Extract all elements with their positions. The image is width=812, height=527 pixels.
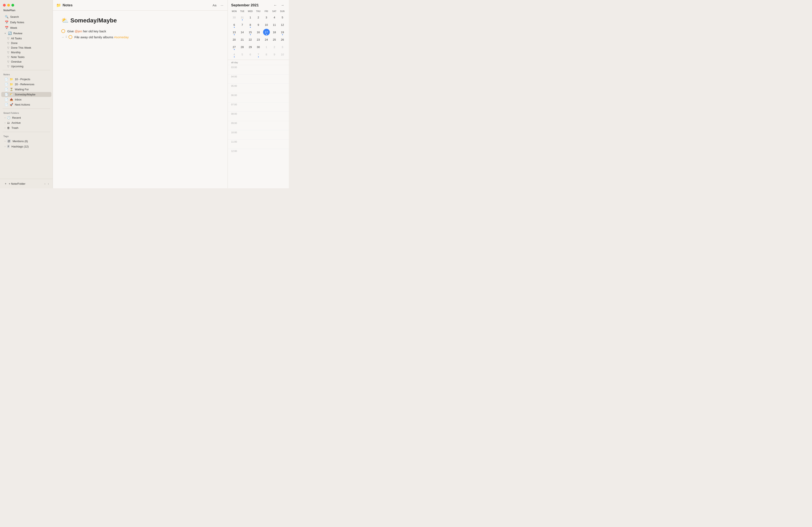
- maximize-button[interactable]: [11, 4, 14, 6]
- sidebar-item-archive[interactable]: ›🗂Archive: [1, 120, 52, 125]
- sidebar-subitem-done-this-week[interactable]: ▽Done This Week: [1, 45, 52, 50]
- sidebar-subitem-note-tasks[interactable]: ▽Note Tasks: [1, 55, 52, 59]
- cal-day-15[interactable]: 15: [247, 29, 254, 35]
- sidebar-item-trash[interactable]: ›🗑Trash: [1, 126, 52, 130]
- cal-day-23[interactable]: 23: [255, 36, 262, 43]
- cal-day-2-other[interactable]: 2: [271, 44, 278, 51]
- sidebar-item-hashtags-12-[interactable]: ›#Hashtags (12): [1, 144, 52, 149]
- sidebar-item-week[interactable]: 📅 Week: [1, 25, 52, 30]
- cal-day-31-other[interactable]: 31: [239, 14, 246, 21]
- cal-day-9[interactable]: 9: [255, 22, 262, 28]
- sidebar-item-someday-maybe[interactable]: 📄⛅Someday/Maybe: [1, 92, 52, 97]
- cal-day-27[interactable]: 27: [231, 44, 238, 51]
- doc-icon: 📄: [5, 103, 8, 106]
- cal-day-26[interactable]: 26: [279, 36, 286, 43]
- cal-day-12[interactable]: 12: [279, 22, 286, 28]
- cal-day-2[interactable]: 2: [255, 14, 262, 21]
- cal-day-5[interactable]: 5: [279, 14, 286, 21]
- task-item: Give @jen her old key back: [61, 28, 219, 34]
- cal-day-3-other[interactable]: 3: [279, 44, 286, 51]
- drag-handle-icon[interactable]: ⠿: [66, 35, 67, 39]
- sidebar-item-20---references[interactable]: 📄📁20 - References: [1, 82, 52, 87]
- filter-icon: ▽: [7, 37, 9, 40]
- add-note-button[interactable]: ＋ + Note/Folder ‹ ›: [1, 181, 52, 186]
- week-label: Week: [10, 26, 17, 29]
- cal-day-7[interactable]: 7: [239, 22, 246, 28]
- cal-day-30-other[interactable]: 30: [231, 14, 238, 21]
- cal-day-4[interactable]: 4: [271, 14, 278, 21]
- cal-day-20[interactable]: 20: [231, 36, 238, 43]
- sidebar: NotePlan 🔍 Search 📅 Daily Notes 📅 Week ▾…: [0, 0, 53, 188]
- calendar-header: September 2021 ← →: [228, 0, 289, 10]
- cal-day-21[interactable]: 21: [239, 36, 246, 43]
- time-label: 04:00: [231, 74, 241, 78]
- sidebar-item-review[interactable]: ▾ 🔄 Review: [1, 31, 52, 36]
- calendar-next-button[interactable]: →: [279, 3, 286, 8]
- cal-day-6[interactable]: 6: [231, 22, 238, 28]
- more-options-button[interactable]: ···: [220, 2, 224, 8]
- cal-day-19[interactable]: 19: [279, 29, 286, 35]
- cal-day-1[interactable]: 1: [247, 14, 254, 21]
- sidebar-subitem-overdue[interactable]: ▽Overdue: [1, 59, 52, 64]
- sidebar-item-search[interactable]: 🔍 Search: [1, 14, 52, 19]
- task-item-2: File away old family albums #someday: [69, 34, 129, 40]
- cal-day-18[interactable]: 18: [271, 29, 278, 35]
- cal-day-10-other[interactable]: 10: [279, 51, 286, 58]
- calendar-panel: September 2021 ← → MONTUEWEDTHUFRISATSUN…: [228, 0, 289, 188]
- cal-day-8-other[interactable]: 8: [263, 51, 270, 58]
- task-checkbox[interactable]: [61, 29, 65, 33]
- cal-day-4-other[interactable]: 4: [231, 51, 238, 58]
- cal-day-24[interactable]: 24: [263, 36, 270, 43]
- cal-day-3[interactable]: 3: [263, 14, 270, 21]
- task-row: → ⠿ File away old family albums #someday: [61, 34, 219, 40]
- sidebar-subitem-done[interactable]: ▽Done: [1, 41, 52, 45]
- sidebar-subitem-upcoming[interactable]: ▽Upcoming: [1, 64, 52, 69]
- nav-forward-icon[interactable]: ›: [48, 182, 49, 185]
- cal-day-13[interactable]: 13: [231, 29, 238, 35]
- divider: [2, 70, 50, 70]
- cal-day-6-other[interactable]: 6: [247, 51, 254, 58]
- cal-day-17[interactable]: 17: [263, 29, 270, 35]
- sidebar-item-mentions-6-[interactable]: ›@Mentions (6): [1, 139, 52, 144]
- cal-day-8[interactable]: 8: [247, 22, 254, 28]
- cal-day-22[interactable]: 22: [247, 36, 254, 43]
- cal-day-7-other[interactable]: 7: [255, 51, 262, 58]
- task-checkbox-2[interactable]: [69, 35, 72, 39]
- sidebar-subitem-all-tasks[interactable]: ▽All Tasks: [1, 36, 52, 41]
- cal-day-16[interactable]: 16: [255, 29, 262, 35]
- sidebar-item-10---projects[interactable]: 📄📁10 - Projects: [1, 77, 52, 82]
- folder-icon: 📁: [56, 3, 61, 8]
- cal-day-9-other[interactable]: 9: [271, 51, 278, 58]
- cal-day-header-fri: FRI: [262, 10, 270, 13]
- sidebar-item-recent[interactable]: ›🕐Recent: [1, 115, 52, 120]
- sidebar-item-next-actions[interactable]: 📄🚀Next Actions: [1, 102, 52, 107]
- cal-day-header-sun: SUN: [278, 10, 286, 13]
- cal-day-14[interactable]: 14: [239, 29, 246, 35]
- cal-dot-icon: [258, 56, 259, 57]
- nav-back-icon[interactable]: ‹: [44, 182, 45, 185]
- minimize-button[interactable]: [7, 4, 10, 6]
- folder-icon: 🗑: [7, 126, 10, 129]
- sidebar-item-inbox[interactable]: 📄📥Inbox: [1, 97, 52, 102]
- cal-day-25[interactable]: 25: [271, 36, 278, 43]
- week-icon: 📅: [5, 26, 9, 29]
- cal-day-29[interactable]: 29: [247, 44, 254, 51]
- font-size-button[interactable]: Aa: [212, 2, 217, 8]
- close-button[interactable]: [3, 4, 6, 6]
- time-slots: 03:0004:0005:0006:0007:0008:0009:0010:00…: [228, 65, 289, 188]
- cal-day-11[interactable]: 11: [271, 22, 278, 28]
- doc-icon: 📄: [5, 88, 8, 91]
- cal-day-5-other[interactable]: 5: [239, 51, 246, 58]
- search-icon: 🔍: [5, 15, 9, 18]
- sidebar-item-daily-notes[interactable]: 📅 Daily Notes: [1, 20, 52, 25]
- cal-day-28[interactable]: 28: [239, 44, 246, 51]
- cal-day-30[interactable]: 30: [255, 44, 262, 51]
- calendar-prev-button[interactable]: ←: [272, 3, 278, 8]
- doc-icon: 📄: [5, 93, 8, 96]
- sidebar-item-waiting-for[interactable]: 📄⏳Waiting For: [1, 87, 52, 92]
- cal-day-header-mon: MON: [230, 10, 238, 13]
- toolbar-actions: Aa ···: [212, 2, 224, 8]
- cal-day-1-other[interactable]: 1: [263, 44, 270, 51]
- sidebar-subitem-monthly[interactable]: ▽Monthly: [1, 50, 52, 55]
- cal-day-10[interactable]: 10: [263, 22, 270, 28]
